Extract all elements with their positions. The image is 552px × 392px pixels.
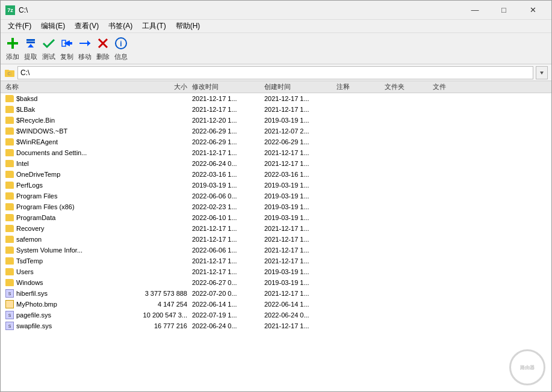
test-label: 测试 — [40, 52, 57, 61]
file-size: 16 777 216 — [123, 322, 190, 329]
folder-icon — [5, 117, 14, 124]
info-button[interactable]: i — [113, 35, 129, 51]
address-input[interactable] — [17, 66, 533, 79]
file-name: PerfLogs — [3, 182, 123, 189]
close-button[interactable]: ✕ — [519, 2, 547, 19]
extract-label: 提取 — [22, 52, 39, 61]
svg-rect-1 — [7, 42, 18, 44]
table-row[interactable]: S pagefile.sys 10 200 547 3... 2022-07-1… — [1, 310, 551, 320]
table-row[interactable]: PerfLogs 2019-03-19 1... 2019-03-19 1... — [1, 180, 551, 191]
menu-tools[interactable]: 工具(T) — [137, 20, 170, 32]
table-row[interactable]: S swapfile.sys 16 777 216 2022-06-24 0..… — [1, 320, 551, 331]
add-button[interactable] — [4, 35, 21, 51]
folder-icon — [5, 214, 14, 221]
file-created: 2022-06-29 1... — [262, 138, 334, 145]
table-row[interactable]: TsdTemp 2021-12-17 1... 2021-12-17 1... — [1, 256, 551, 266]
svg-marker-4 — [28, 44, 34, 47]
table-row[interactable]: $LBak 2021-12-17 1... 2021-12-17 1... — [1, 104, 551, 115]
table-row[interactable]: ProgramData 2022-06-10 1... 2019-03-19 1… — [1, 212, 551, 223]
table-row[interactable]: $WinREAgent 2022-06-29 1... 2022-06-29 1… — [1, 136, 551, 147]
col-header-folder[interactable]: 文件夹 — [382, 82, 430, 91]
move-button[interactable] — [76, 35, 93, 51]
file-name: Intel — [3, 160, 123, 167]
window-controls: — □ ✕ — [461, 2, 547, 19]
col-header-file[interactable]: 文件 — [430, 82, 467, 91]
bmp-icon — [5, 300, 14, 308]
col-header-name[interactable]: 名称 — [3, 82, 123, 91]
folder-icon — [5, 225, 14, 232]
folder-icon — [5, 95, 14, 102]
col-header-size[interactable]: 大小 — [123, 82, 190, 91]
table-row[interactable]: $Recycle.Bin 2021-12-20 1... 2019-03-19 … — [1, 115, 551, 126]
file-modified: 2021-12-17 1... — [190, 106, 262, 113]
file-size: 3 377 573 888 — [123, 290, 190, 297]
table-row[interactable]: Program Files (x86) 2022-02-23 1... 2019… — [1, 201, 551, 212]
file-name: MyPhoto.bmp — [3, 300, 123, 308]
minimize-button[interactable]: — — [461, 2, 489, 19]
file-name: ProgramData — [3, 214, 123, 221]
file-modified: 2022-02-23 1... — [190, 203, 262, 210]
table-row[interactable]: Windows 2022-06-27 0... 2019-03-19 1... — [1, 277, 551, 288]
menu-view[interactable]: 查看(V) — [70, 20, 104, 32]
table-row[interactable]: Program Files 2022-06-06 0... 2019-03-19… — [1, 191, 551, 201]
info-label: 信息 — [113, 52, 129, 61]
col-header-created[interactable]: 创建时间 — [262, 82, 334, 91]
table-row[interactable]: Intel 2022-06-24 0... 2021-12-17 1... — [1, 158, 551, 169]
menu-help[interactable]: 帮助(H) — [171, 20, 205, 32]
file-name: S hiberfil.sys — [3, 289, 123, 298]
file-name: $WINDOWS.~BT — [3, 127, 123, 135]
table-row[interactable]: Recovery 2021-12-17 1... 2021-12-17 1... — [1, 223, 551, 234]
file-created: 2021-12-07 2... — [262, 127, 334, 135]
file-created: 2021-12-17 1... — [262, 322, 334, 329]
menu-bookmark[interactable]: 书签(A) — [104, 20, 137, 32]
table-row[interactable]: $WINDOWS.~BT 2022-06-29 1... 2021-12-07 … — [1, 126, 551, 136]
table-row[interactable]: Documents and Settin... 2021-12-17 1... … — [1, 147, 551, 158]
file-size: 4 147 254 — [123, 301, 190, 308]
file-name: OneDriveTemp — [3, 171, 123, 178]
table-row[interactable]: MyPhoto.bmp 4 147 254 2022-06-14 1... 20… — [1, 299, 551, 310]
file-created: 2022-06-24 0... — [262, 311, 334, 319]
move-label: 移动 — [76, 52, 93, 61]
address-folder-icon: C: — [4, 67, 15, 78]
file-modified: 2022-06-24 0... — [190, 322, 262, 329]
menu-edit[interactable]: 编辑(E) — [36, 20, 70, 32]
file-created: 2021-12-17 1... — [262, 95, 334, 102]
file-modified: 2021-12-17 1... — [190, 268, 262, 275]
file-created: 2022-06-14 1... — [262, 301, 334, 308]
file-modified: 2022-06-24 0... — [190, 160, 262, 167]
menu-bar: 文件(F) 编辑(E) 查看(V) 书签(A) 工具(T) 帮助(H) — [1, 20, 551, 33]
extract-button[interactable] — [22, 35, 39, 51]
delete-button[interactable] — [95, 35, 111, 51]
file-created: 2019-03-19 1... — [262, 214, 334, 221]
folder-icon — [5, 279, 14, 286]
file-created: 2019-03-19 1... — [262, 117, 334, 124]
file-name: Users — [3, 268, 123, 275]
copy-button[interactable] — [58, 35, 75, 51]
folder-icon — [5, 127, 14, 135]
file-name: TsdTemp — [3, 257, 123, 265]
col-header-comment[interactable]: 注释 — [334, 82, 382, 91]
folder-icon — [5, 236, 14, 243]
svg-marker-9 — [87, 40, 90, 46]
address-bar: C: — [1, 64, 551, 81]
maximize-button[interactable]: □ — [490, 2, 518, 19]
table-row[interactable]: safemon 2021-12-17 1... 2021-12-17 1... — [1, 234, 551, 245]
svg-rect-2 — [26, 39, 35, 41]
col-header-modified[interactable]: 修改时间 — [190, 82, 262, 91]
table-row[interactable]: System Volume Infor... 2022-06-06 1... 2… — [1, 245, 551, 256]
file-modified: 2022-06-29 1... — [190, 138, 262, 145]
table-row[interactable]: S hiberfil.sys 3 377 573 888 2022-07-20 … — [1, 288, 551, 299]
folder-icon — [5, 192, 14, 200]
delete-label: 删除 — [95, 52, 111, 61]
address-dropdown[interactable] — [536, 66, 548, 79]
folder-icon — [5, 182, 14, 189]
menu-file[interactable]: 文件(F) — [3, 20, 36, 32]
table-row[interactable]: $baksd 2021-12-17 1... 2021-12-17 1... — [1, 93, 551, 104]
file-modified: 2022-06-27 0... — [190, 279, 262, 286]
table-row[interactable]: Users 2021-12-17 1... 2019-03-19 1... — [1, 266, 551, 277]
file-name: Program Files — [3, 192, 123, 200]
test-button[interactable] — [40, 35, 57, 51]
file-modified: 2022-07-19 1... — [190, 311, 262, 319]
file-list-body[interactable]: $baksd 2021-12-17 1... 2021-12-17 1... $… — [1, 93, 551, 391]
table-row[interactable]: OneDriveTemp 2022-03-16 1... 2022-03-16 … — [1, 169, 551, 180]
